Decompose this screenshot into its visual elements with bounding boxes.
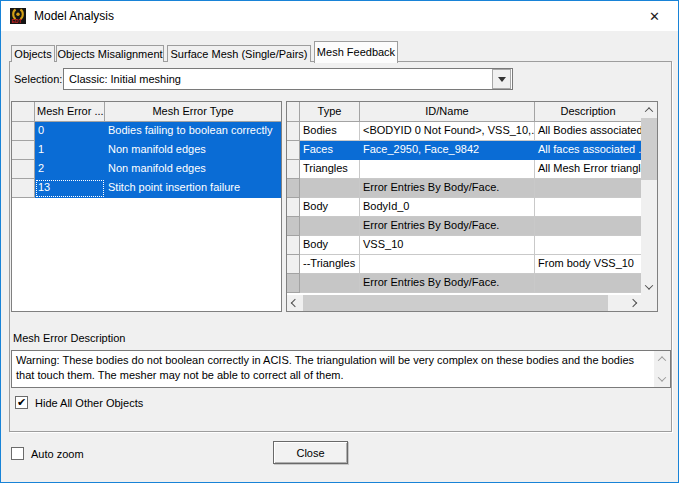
description-header[interactable]: Description <box>535 102 641 122</box>
scroll-down-button[interactable] <box>654 371 670 387</box>
description-scrollbar[interactable] <box>654 351 670 387</box>
mesh-error-table-empty-area <box>12 198 281 311</box>
chevron-down-icon <box>498 77 506 82</box>
mesh-error-description-text: Warning: These bodies do not boolean cor… <box>12 351 654 387</box>
vertical-scrollbar[interactable] <box>641 102 657 295</box>
svg-text:EDT: EDT <box>12 18 22 24</box>
type-cell[interactable] <box>300 274 360 293</box>
separator-row[interactable]: Error Entries By Body/Face. <box>287 274 641 293</box>
close-button[interactable]: Close <box>273 441 348 464</box>
row-selector-cell[interactable] <box>287 198 300 217</box>
id-name-cell[interactable]: Error Entries By Body/Face. <box>360 179 535 198</box>
description-cell[interactable]: All Bodies associated <box>535 122 641 141</box>
id-name-cell[interactable]: VSS_10 <box>360 236 535 255</box>
description-cell[interactable] <box>535 274 641 293</box>
tab-surface-mesh-single-pairs-[interactable]: Surface Mesh (Single/Pairs) <box>167 45 311 62</box>
vertical-scroll-track[interactable] <box>641 118 657 279</box>
id-name-cell[interactable]: BodyId_0 <box>360 198 535 217</box>
scroll-right-button[interactable] <box>625 295 641 311</box>
type-cell[interactable] <box>300 179 360 198</box>
auto-zoom-checkbox[interactable] <box>11 447 24 460</box>
id-name-cell[interactable]: <BODYID 0 Not Found>, VSS_10,... <box>360 122 535 141</box>
mesh-error-number-cell[interactable]: 13 <box>35 179 105 198</box>
row-selector-cell[interactable] <box>287 255 300 274</box>
window-title: Model Analysis <box>34 9 114 23</box>
mesh-error-type-cell[interactable]: Bodies failing to boolean correctly <box>105 122 281 141</box>
mesh-error-row[interactable]: 0Bodies failing to boolean correctly <box>12 122 281 141</box>
mesh-error-type-cell[interactable]: Non manifold edges <box>105 160 281 179</box>
row-selector-cell[interactable] <box>12 122 35 141</box>
feedback-row[interactable]: BodyVSS_10 <box>287 236 641 255</box>
mesh-error-number-header[interactable]: Mesh Error ... <box>35 102 105 122</box>
row-selector-cell[interactable] <box>12 179 35 198</box>
id-name-cell[interactable] <box>360 160 535 179</box>
scroll-up-button[interactable] <box>641 102 657 118</box>
feedback-row[interactable]: Bodies<BODYID 0 Not Found>, VSS_10,...Al… <box>287 122 641 141</box>
row-selector-cell[interactable] <box>287 274 300 293</box>
description-cell[interactable] <box>535 179 641 198</box>
separator-row[interactable]: Error Entries By Body/Face. <box>287 179 641 198</box>
type-cell[interactable]: Bodies <box>300 122 360 141</box>
id-name-cell[interactable]: Error Entries By Body/Face. <box>360 217 535 236</box>
id-name-cell[interactable] <box>360 255 535 274</box>
auto-zoom-label: Auto zoom <box>31 448 84 460</box>
description-cell[interactable] <box>535 198 641 217</box>
id-name-cell[interactable]: Error Entries By Body/Face. <box>360 274 535 293</box>
type-cell[interactable]: Faces <box>300 141 360 160</box>
horizontal-scrollbar[interactable] <box>287 295 657 311</box>
description-cell[interactable]: All faces associated .. <box>535 141 641 160</box>
mesh-error-row[interactable]: 1Non manifold edges <box>12 141 281 160</box>
row-selector-cell[interactable] <box>287 122 300 141</box>
mesh-error-type-cell[interactable]: Non manifold edges <box>105 141 281 160</box>
row-selector-cell[interactable] <box>12 141 35 160</box>
description-cell[interactable] <box>535 236 641 255</box>
horizontal-scroll-track[interactable] <box>303 295 625 311</box>
scroll-down-button[interactable] <box>641 279 657 295</box>
checkmark-icon: ✔ <box>17 397 26 408</box>
mesh-error-row[interactable]: 13Stitch point insertion failure <box>12 179 281 198</box>
combobox-dropdown-button[interactable] <box>492 69 511 89</box>
scroll-up-button[interactable] <box>654 351 670 367</box>
feedback-row[interactable]: --TrianglesFrom body VSS_10 <box>287 255 641 274</box>
feedback-row[interactable]: FacesFace_2950, Face_9842All faces assoc… <box>287 141 641 160</box>
scroll-left-button[interactable] <box>287 295 303 311</box>
tab-objects-misalignment[interactable]: Objects Misalignment <box>56 45 164 62</box>
feedback-table-body: Bodies<BODYID 0 Not Found>, VSS_10,...Al… <box>287 122 641 293</box>
id-name-cell[interactable]: Face_2950, Face_9842 <box>360 141 535 160</box>
mesh-error-number-cell[interactable]: 2 <box>35 160 105 179</box>
type-header[interactable]: Type <box>300 102 360 122</box>
type-cell[interactable]: Body <box>300 236 360 255</box>
row-selector-cell[interactable] <box>12 160 35 179</box>
tab-objects[interactable]: Objects <box>11 45 55 62</box>
description-cell[interactable]: All Mesh Error triangle. <box>535 160 641 179</box>
type-cell[interactable]: --Triangles <box>300 255 360 274</box>
tab-mesh-feedback[interactable]: Mesh Feedback <box>314 41 398 63</box>
selection-label: Selection: <box>14 73 62 85</box>
description-cell[interactable]: From body VSS_10 <box>535 255 641 274</box>
hide-other-objects-checkbox[interactable]: ✔ <box>15 396 28 409</box>
mesh-error-number-cell[interactable]: 0 <box>35 122 105 141</box>
id-name-header[interactable]: ID/Name <box>360 102 535 122</box>
description-cell[interactable] <box>535 217 641 236</box>
feedback-row[interactable]: BodyBodyId_0 <box>287 198 641 217</box>
feedback-row[interactable]: TrianglesAll Mesh Error triangle. <box>287 160 641 179</box>
row-selector-cell[interactable] <box>287 141 300 160</box>
close-window-icon[interactable]: ✕ <box>632 2 677 30</box>
row-selector-cell[interactable] <box>287 217 300 236</box>
horizontal-scroll-thumb[interactable] <box>303 295 608 311</box>
selection-combobox[interactable]: Classic: Initial meshing <box>63 68 513 90</box>
row-selector-cell[interactable] <box>287 160 300 179</box>
row-selector-cell[interactable] <box>287 179 300 198</box>
row-selector-header <box>287 102 300 122</box>
mesh-error-type-cell[interactable]: Stitch point insertion failure <box>105 179 281 198</box>
vertical-scroll-thumb[interactable] <box>641 118 657 180</box>
type-cell[interactable]: Triangles <box>300 160 360 179</box>
type-cell[interactable]: Body <box>300 198 360 217</box>
separator-row[interactable]: Error Entries By Body/Face. <box>287 217 641 236</box>
mesh-error-number-cell[interactable]: 1 <box>35 141 105 160</box>
mesh-error-type-header[interactable]: Mesh Error Type <box>105 102 281 122</box>
type-cell[interactable] <box>300 217 360 236</box>
row-selector-cell[interactable] <box>287 236 300 255</box>
mesh-error-row[interactable]: 2Non manifold edges <box>12 160 281 179</box>
feedback-detail-table: Type ID/Name Description Bodies<BODYID 0… <box>286 101 658 312</box>
